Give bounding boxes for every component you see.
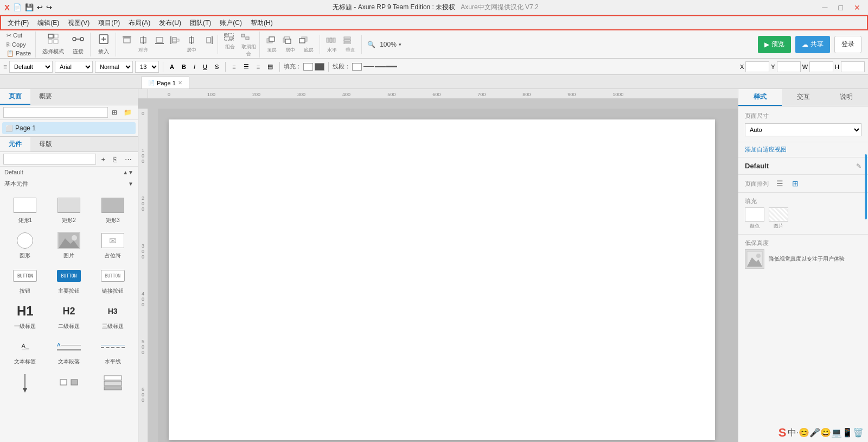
ungroup-button[interactable] bbox=[238, 31, 253, 42]
stroke-color-box[interactable] bbox=[352, 63, 362, 71]
align-left-text[interactable]: ≡ bbox=[229, 61, 238, 73]
align-center-text[interactable]: ☰ bbox=[241, 61, 252, 73]
pages-add-btn[interactable]: 📁 bbox=[121, 108, 135, 117]
comp-copy-btn[interactable]: ⎘ bbox=[110, 154, 120, 165]
add-view-link[interactable]: 添加自适应视图 bbox=[745, 146, 787, 153]
connect-button[interactable]: 连接 bbox=[68, 33, 88, 56]
comp-item-hrule[interactable]: 水平线 bbox=[92, 334, 133, 368]
align-justify-text[interactable]: ▤ bbox=[265, 61, 276, 73]
align-center-v-button[interactable] bbox=[136, 35, 151, 46]
comp-item-rect2[interactable]: 矩形2 bbox=[48, 193, 90, 226]
outline-tab[interactable]: 概要 bbox=[30, 89, 61, 105]
x-input[interactable] bbox=[745, 61, 769, 72]
comp-item-h3[interactable]: H3 三级标题 bbox=[92, 299, 133, 332]
fill-color-box[interactable] bbox=[303, 63, 313, 71]
comp-item-link-btn[interactable]: BUTTON 链接按钮 bbox=[92, 264, 133, 297]
paste-button[interactable]: 📋 Paste bbox=[4, 49, 33, 58]
comp-group-basic[interactable]: 基本元件 ▼ bbox=[0, 178, 138, 190]
comp-item-h2[interactable]: H2 二级标题 bbox=[48, 299, 90, 332]
comp-item-rect1[interactable]: 矩形1 bbox=[4, 193, 46, 226]
w-input[interactable] bbox=[809, 61, 833, 72]
pages-search[interactable] bbox=[3, 107, 108, 118]
order-center-button[interactable] bbox=[279, 35, 295, 46]
page-tab-close[interactable]: ✕ bbox=[178, 80, 182, 86]
style-edit-button[interactable]: ✎ bbox=[856, 162, 861, 170]
comp-item-primary-btn[interactable]: BUTTON 主要按钮 bbox=[48, 264, 90, 297]
order-bottom-button[interactable] bbox=[296, 35, 311, 46]
page-item-1[interactable]: ⬜ Page 1 bbox=[2, 122, 136, 134]
order-top-button[interactable] bbox=[263, 35, 278, 46]
share-button[interactable]: ☁ 共享 bbox=[795, 36, 830, 53]
select-mode-button[interactable]: 选择模式 bbox=[39, 33, 67, 56]
menu-help[interactable]: 帮助(H) bbox=[246, 17, 277, 29]
minimize-button[interactable]: ─ bbox=[819, 2, 831, 13]
strikethrough-button[interactable]: S bbox=[212, 61, 221, 73]
align-left-button[interactable] bbox=[168, 35, 183, 46]
preview-button[interactable]: ▶ 预览 bbox=[758, 36, 791, 53]
comp-item-text-label[interactable]: A_ 文本标签 bbox=[4, 334, 46, 368]
group-button[interactable] bbox=[221, 31, 237, 42]
comp-item-h1[interactable]: H1 一级标题 bbox=[4, 299, 46, 332]
menu-view[interactable]: 视图(V) bbox=[63, 17, 94, 29]
comp-item-text-para[interactable]: A 文本段落 bbox=[48, 334, 90, 368]
menu-edit[interactable]: 编辑(E) bbox=[33, 17, 63, 29]
align-right-button[interactable] bbox=[200, 35, 215, 46]
cut-button[interactable]: ✂ Cut bbox=[4, 31, 33, 40]
zoom-level[interactable]: 100% ▾ bbox=[376, 39, 405, 50]
login-button[interactable]: 登录 bbox=[834, 36, 861, 53]
fill-color-dark[interactable] bbox=[315, 63, 324, 71]
comp-group-default[interactable]: Default ▲▼ bbox=[0, 167, 138, 178]
insert-button[interactable]: 插入 bbox=[94, 33, 113, 56]
bold-b-button[interactable]: B bbox=[179, 61, 189, 73]
comp-item-rect3[interactable]: 矩形3 bbox=[92, 193, 133, 226]
comp-more-btn[interactable]: ⋯ bbox=[122, 154, 135, 165]
menu-project[interactable]: 项目(P) bbox=[94, 17, 124, 29]
comp-item-circle[interactable]: 圆形 bbox=[4, 229, 46, 262]
distribute-v-button[interactable] bbox=[340, 35, 355, 46]
font-select[interactable]: Arial bbox=[55, 61, 93, 73]
y-input[interactable] bbox=[777, 61, 801, 72]
comp-item-arrow[interactable] bbox=[4, 371, 46, 396]
size-select[interactable]: 13 bbox=[135, 61, 159, 73]
title-bar-new[interactable]: 📄 bbox=[13, 3, 22, 11]
pages-tab[interactable]: 页面 bbox=[0, 89, 30, 105]
weight-select[interactable]: Normal bbox=[95, 61, 133, 73]
bold-button[interactable]: A bbox=[167, 61, 177, 73]
menu-account[interactable]: 账户(C) bbox=[215, 17, 246, 29]
comp-search[interactable] bbox=[3, 154, 96, 165]
align-right-text[interactable]: ≡ bbox=[254, 61, 263, 73]
h-input[interactable] bbox=[841, 61, 865, 72]
canvas-content[interactable] bbox=[158, 109, 738, 442]
menu-layout[interactable]: 布局(A) bbox=[124, 17, 155, 29]
fill-color-option[interactable]: 颜色 bbox=[745, 207, 764, 230]
align-top-button[interactable] bbox=[119, 35, 135, 46]
comp-add-btn[interactable]: + bbox=[98, 154, 108, 165]
menu-team[interactable]: 团队(T) bbox=[186, 17, 215, 29]
maximize-button[interactable]: □ bbox=[835, 2, 846, 13]
comp-item-button[interactable]: BUTTON 按钮 bbox=[4, 264, 46, 297]
comp-item-image[interactable]: 图片 bbox=[48, 229, 90, 262]
align-bottom-button[interactable] bbox=[152, 35, 167, 46]
arrange-grid-btn[interactable]: ⊞ bbox=[789, 178, 802, 189]
comp-tab-masters[interactable]: 母版 bbox=[30, 137, 61, 151]
fill-image-option[interactable]: 图片 bbox=[769, 207, 788, 230]
title-bar-undo[interactable]: ↩ bbox=[37, 3, 43, 11]
menu-file[interactable]: 文件(F) bbox=[3, 17, 33, 29]
comp-item-placeholder[interactable]: ✉ 占位符 bbox=[92, 229, 133, 262]
align-center-h-button[interactable] bbox=[184, 35, 199, 46]
close-button[interactable]: ✕ bbox=[851, 2, 864, 13]
comp-item-connector[interactable] bbox=[48, 371, 90, 396]
title-bar-save[interactable]: 💾 bbox=[25, 3, 34, 11]
style-select[interactable]: Default bbox=[9, 61, 53, 73]
arrange-list-btn[interactable]: ☰ bbox=[773, 178, 787, 189]
page-tab-1[interactable]: 📄 Page 1 ✕ bbox=[141, 77, 189, 89]
menu-publish[interactable]: 发布(U) bbox=[155, 17, 186, 29]
right-tab-notes[interactable]: 说明 bbox=[825, 89, 868, 106]
right-tab-style[interactable]: 样式 bbox=[738, 89, 782, 106]
page-size-select[interactable]: Auto bbox=[745, 123, 861, 136]
comp-item-stack[interactable] bbox=[92, 371, 133, 396]
copy-button[interactable]: ⎘ Copy bbox=[4, 41, 33, 48]
comp-tab-widgets[interactable]: 元件 bbox=[0, 137, 30, 151]
title-bar-redo[interactable]: ↪ bbox=[46, 3, 52, 11]
distribute-h-button[interactable] bbox=[323, 35, 339, 46]
